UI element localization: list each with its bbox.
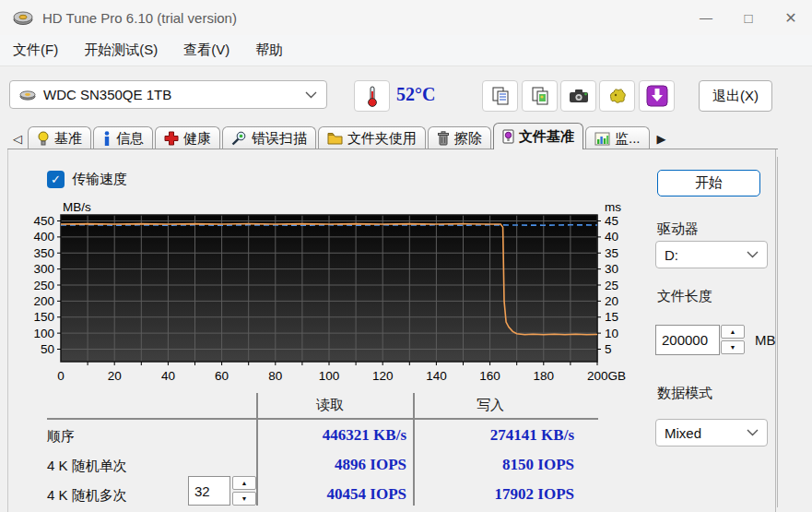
4k-multi-read-value: 40454 IOPS — [250, 485, 406, 504]
tab-info[interactable]: 信息 — [93, 126, 153, 149]
svg-text:MB/s: MB/s — [63, 200, 91, 214]
tab-benchmark[interactable]: 基准 — [28, 126, 91, 149]
4k-single-read-value: 4896 IOPS — [250, 456, 406, 474]
svg-text:80: 80 — [268, 369, 282, 383]
4k-multi-write-value: 17902 IOPS — [418, 485, 574, 504]
copy-text-button[interactable] — [482, 80, 518, 112]
tab-label: 擦除 — [454, 130, 482, 148]
options-icon — [607, 86, 628, 106]
chevron-down-icon — [747, 429, 759, 436]
sequential-write-value: 274141 KB/s — [418, 426, 574, 445]
temperature-value: 52°C — [396, 84, 435, 105]
maximize-button[interactable]: □ — [727, 0, 770, 35]
hd-tune-pro-window: { "window": { "title": "HD Tune Pro 6.10… — [0, 0, 812, 512]
tab-folder-usage[interactable]: 文件夹使用 — [318, 126, 426, 149]
svg-text:200GB: 200GB — [587, 369, 626, 383]
title-bar: HD Tune Pro 6.10 (trial version) — □ ✕ — [0, 0, 812, 35]
chevron-down-icon — [747, 251, 759, 258]
disk-icon — [19, 89, 36, 101]
tab-label: 信息 — [116, 130, 144, 148]
file-length-down-button[interactable]: ▼ — [721, 340, 745, 354]
svg-text:10: 10 — [605, 327, 618, 340]
options-button[interactable] — [599, 80, 635, 112]
queue-depth-input[interactable]: 32 — [188, 476, 230, 506]
info-icon — [102, 131, 112, 146]
svg-text:40: 40 — [605, 230, 618, 244]
tab-strip-line — [7, 149, 778, 149]
tab-health[interactable]: 健康 — [155, 126, 220, 149]
data-pattern-label: 数据模式 — [657, 385, 712, 402]
tab-label: 监... — [615, 130, 641, 148]
tab-label: 健康 — [183, 130, 211, 148]
svg-text:100: 100 — [319, 369, 340, 383]
tab-error-scan[interactable]: 错误扫描 — [222, 126, 316, 149]
camera-icon — [568, 88, 590, 104]
sequential-read-value: 446321 KB/s — [250, 426, 406, 445]
window-controls: — □ ✕ — [685, 0, 812, 35]
panel-divider — [777, 157, 778, 507]
file-benchmark-icon — [502, 129, 514, 144]
drive-dropdown[interactable]: D: — [655, 241, 768, 268]
file-length-input[interactable]: 200000 — [655, 325, 720, 355]
temperature-button[interactable] — [354, 80, 390, 112]
drive-dropdown-value: D: — [665, 247, 747, 263]
svg-text:400: 400 — [33, 230, 54, 244]
transfer-speed-checkbox[interactable]: ✓ — [47, 171, 65, 188]
drive-selector-value: WDC SN350QE 1TB — [43, 87, 305, 102]
drive-selector[interactable]: WDC SN350QE 1TB — [9, 80, 327, 109]
exit-button[interactable]: 退出(X) — [699, 80, 772, 112]
tab-scroll-right[interactable]: ▶ — [652, 127, 672, 149]
app-icon — [13, 7, 33, 28]
svg-text:120: 120 — [372, 369, 394, 383]
thermometer-icon — [367, 85, 378, 107]
tab-monitor[interactable]: 监... — [585, 126, 650, 149]
tab-label: 文件基准 — [519, 128, 574, 146]
svg-text:250: 250 — [33, 279, 54, 292]
table-divider-2 — [413, 393, 415, 506]
data-pattern-value: Mixed — [665, 425, 747, 441]
svg-text:200: 200 — [33, 294, 54, 308]
svg-text:300: 300 — [33, 262, 54, 276]
svg-text:45: 45 — [605, 214, 618, 228]
chevron-down-icon — [305, 91, 317, 99]
file-length-unit: MB — [755, 332, 776, 348]
row-label-sequential: 顺序 — [47, 428, 75, 446]
tab-label: 基准 — [54, 130, 82, 148]
row-label-4k-multi: 4 K 随机多次 — [47, 487, 127, 505]
svg-text:ms: ms — [605, 200, 621, 214]
drive-label: 驱动器 — [657, 220, 699, 238]
save-button[interactable] — [639, 80, 675, 112]
copy-image-icon — [530, 86, 550, 106]
menu-file[interactable]: 文件(F) — [0, 35, 71, 65]
tab-erase[interactable]: 擦除 — [428, 126, 491, 149]
minimize-button[interactable]: — — [685, 0, 727, 35]
4k-single-write-value: 8150 IOPS — [418, 456, 574, 474]
magnifier-icon — [231, 131, 247, 146]
transfer-speed-label: 传输速度 — [72, 171, 127, 188]
screenshot-button[interactable] — [560, 80, 596, 112]
svg-text:20: 20 — [108, 369, 122, 383]
menu-view[interactable]: 查看(V) — [171, 35, 242, 65]
svg-text:350: 350 — [33, 246, 54, 260]
svg-text:450: 450 — [33, 214, 54, 228]
svg-text:180: 180 — [534, 369, 555, 383]
window-title: HD Tune Pro 6.10 (trial version) — [42, 10, 237, 26]
menu-help[interactable]: 帮助 — [242, 35, 296, 65]
tab-scroll-left[interactable]: ◁ — [7, 127, 28, 149]
start-button[interactable]: 开始 — [657, 170, 760, 196]
close-button[interactable]: ✕ — [770, 0, 812, 35]
chart-gridlines — [61, 215, 597, 362]
tab-label: 错误扫描 — [252, 130, 307, 148]
data-pattern-dropdown[interactable]: Mixed — [655, 419, 768, 447]
menu-start-test[interactable]: 开始测试(S) — [71, 35, 171, 65]
tab-file-benchmark[interactable]: 文件基准 — [493, 123, 583, 149]
toolbar: WDC SN350QE 1TB 52°C — [0, 66, 812, 122]
lightbulb-icon — [37, 131, 50, 146]
file-length-label: 文件长度 — [657, 288, 712, 305]
write-column-header: 写入 — [477, 397, 504, 414]
copy-text-icon — [490, 86, 511, 106]
copy-image-button[interactable] — [522, 80, 558, 112]
svg-text:5: 5 — [605, 342, 612, 356]
file-length-up-button[interactable]: ▲ — [721, 325, 745, 339]
svg-text:35: 35 — [605, 246, 618, 260]
